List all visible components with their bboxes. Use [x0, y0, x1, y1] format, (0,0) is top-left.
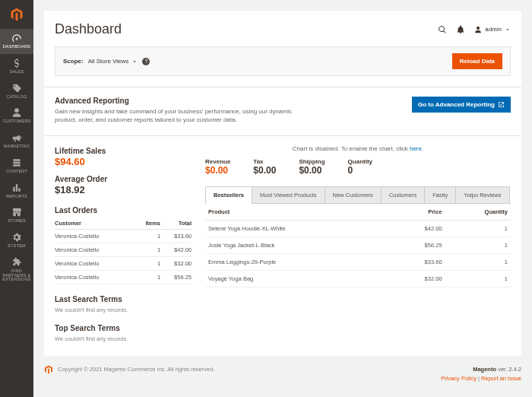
privacy-link[interactable]: Privacy Policy: [441, 375, 477, 382]
col-product: Product: [205, 204, 392, 221]
table-row[interactable]: Veronica Costello1$33.60: [55, 229, 192, 243]
table-row[interactable]: Emma Leggings-29-Purple$33.601: [205, 253, 511, 270]
magento-logo-icon: [44, 365, 53, 374]
layers-icon: [11, 157, 22, 168]
average-order-label: Average Order: [55, 175, 192, 183]
sidebar-item-partners[interactable]: FIND PARTNERS & EXTENSIONS: [0, 253, 33, 287]
last-orders-table: Customer Items Total Veronica Costello1$…: [55, 218, 192, 284]
sidebar-item-dashboard[interactable]: DASHBOARD: [0, 29, 33, 54]
version-text: Magento ver. 2.4.2: [441, 365, 521, 374]
sidebar-item-label: CATALOG: [7, 95, 27, 100]
person-icon: [474, 26, 482, 33]
tab-new-customers[interactable]: New Customers: [325, 186, 382, 203]
sidebar-item-stores[interactable]: STORES: [0, 203, 33, 228]
table-row[interactable]: Josie Yoga Jacket-L-Black$56.251: [205, 237, 511, 253]
kpi-quantity: Quantity 0: [348, 158, 372, 176]
advanced-reporting-button[interactable]: Go to Advanced Reporting: [412, 97, 511, 113]
scope-bar: Scope: All Store Views ? Reload Data: [55, 46, 511, 76]
col-customer: Customer: [55, 218, 134, 230]
last-search-empty: We couldn't find any records.: [55, 306, 192, 313]
sidebar-item-label: SALES: [10, 70, 24, 75]
details-column: Chart is disabled. To enable the chart, …: [205, 145, 511, 342]
last-orders-title: Last Orders: [55, 206, 192, 214]
bell-icon[interactable]: [456, 25, 465, 34]
kpi-shipping: Shipping $0.00: [299, 158, 325, 176]
kpi-tax: Tax $0.00: [253, 158, 276, 176]
table-row[interactable]: Veronica Costello1$42.00: [55, 243, 192, 256]
account-menu[interactable]: admin: [474, 26, 511, 33]
table-row[interactable]: Voyage Yoga Bag$32.001: [205, 270, 511, 287]
sidebar-item-catalog[interactable]: CATALOG: [0, 79, 33, 104]
advanced-reporting-title: Advanced Reporting: [55, 97, 306, 105]
sidebar-item-customers[interactable]: CUSTOMERS: [0, 103, 33, 129]
last-search-title: Last Search Terms: [55, 295, 192, 303]
sidebar-item-label: CUSTOMERS: [3, 119, 31, 124]
tab-customers[interactable]: Customers: [381, 186, 425, 203]
main-area: Dashboard admin Scope: All Store Views: [33, 0, 532, 397]
tab-bestsellers[interactable]: Bestsellers: [205, 186, 252, 203]
help-icon[interactable]: ?: [142, 58, 150, 65]
search-icon[interactable]: [438, 25, 447, 34]
sidebar-item-label: REPORTS: [6, 195, 27, 199]
dashboard-card: Dashboard admin Scope: All Store Views: [44, 11, 521, 356]
advanced-reporting-button-label: Go to Advanced Reporting: [418, 101, 495, 108]
chart-disabled-note: Chart is disabled. To enable the chart, …: [205, 145, 511, 152]
scope-select[interactable]: All Store Views: [88, 58, 138, 65]
bestsellers-table: Product Price Quantity Selene Yoga Hoodi…: [205, 204, 511, 287]
dollar-icon: [11, 58, 22, 68]
scope-label: Scope:: [63, 58, 84, 65]
tab-most-viewed[interactable]: Most Viewed Products: [252, 186, 325, 203]
col-price: Price: [392, 204, 445, 221]
table-row[interactable]: Selene Yoga Hoodie-XL-White$42.001: [205, 220, 511, 237]
advanced-reporting-row: Advanced Reporting Gain new insights and…: [55, 97, 511, 125]
tab-bar: Bestsellers Most Viewed Products New Cus…: [205, 186, 511, 204]
account-label: admin: [485, 26, 502, 33]
external-link-icon: [498, 101, 505, 108]
sidebar-item-label: FIND PARTNERS & EXTENSIONS: [0, 269, 33, 282]
enable-chart-link[interactable]: here: [410, 145, 422, 152]
person-icon: [11, 107, 22, 118]
sidebar-item-label: CONTENT: [6, 170, 27, 174]
chevron-down-icon: [505, 27, 511, 33]
footer: Copyright © 2021 Magento Commerce Inc. A…: [44, 365, 521, 383]
top-search-title: Top Search Terms: [55, 324, 192, 332]
store-icon: [11, 207, 22, 218]
reload-data-button[interactable]: Reload Data: [452, 53, 502, 69]
scope-selected: All Store Views: [88, 58, 129, 65]
table-row[interactable]: Veronica Costello1$56.25: [55, 270, 192, 284]
sidebar-item-system[interactable]: SYSTEM: [0, 228, 33, 253]
sidebar-item-marketing[interactable]: MARKETING: [0, 129, 33, 154]
sidebar-item-label: MARKETING: [4, 145, 30, 149]
kpi-row: Revenue $0.00 Tax $0.00 Shipping $0.00: [205, 158, 511, 176]
table-row[interactable]: Veronica Costello1$32.00: [55, 256, 192, 270]
bar-chart-icon: [11, 183, 22, 193]
sidebar-item-reports[interactable]: REPORTS: [0, 179, 33, 204]
kpi-revenue: Revenue $0.00: [205, 158, 230, 176]
report-issue-link[interactable]: Report an Issue: [481, 375, 521, 382]
megaphone-icon: [11, 132, 22, 143]
admin-sidebar: DASHBOARD SALES CATALOG CUSTOMERS MARKET…: [0, 0, 33, 397]
advanced-reporting-desc: Gain new insights and take command of yo…: [55, 108, 306, 125]
col-items: Items: [134, 218, 160, 230]
gauge-icon: [11, 33, 22, 43]
header-tools: admin: [438, 25, 511, 34]
sidebar-item-sales[interactable]: SALES: [0, 54, 33, 79]
divider: [44, 87, 521, 87]
lifetime-sales-label: Lifetime Sales: [55, 147, 192, 155]
tab-yotpo[interactable]: Yotpo Reviews: [455, 186, 509, 203]
summary-column: Lifetime Sales $94.60 Average Order $18.…: [55, 145, 192, 342]
puzzle-icon: [11, 257, 22, 268]
sidebar-item-content[interactable]: CONTENT: [0, 154, 33, 179]
sidebar-item-label: STORES: [8, 219, 26, 224]
magento-logo-icon: [10, 8, 24, 21]
top-search-empty: We couldn't find any records.: [55, 335, 192, 342]
lifetime-sales-value: $94.60: [55, 156, 192, 167]
divider: [44, 135, 521, 136]
average-order-value: $18.92: [55, 184, 192, 195]
col-total: Total: [160, 218, 192, 230]
col-quantity: Quantity: [445, 204, 511, 221]
tab-fastly[interactable]: Fastly: [424, 186, 456, 203]
copyright-text: Copyright © 2021 Magento Commerce Inc. A…: [58, 366, 214, 373]
tag-icon: [11, 83, 22, 94]
sidebar-item-label: DASHBOARD: [3, 45, 31, 49]
